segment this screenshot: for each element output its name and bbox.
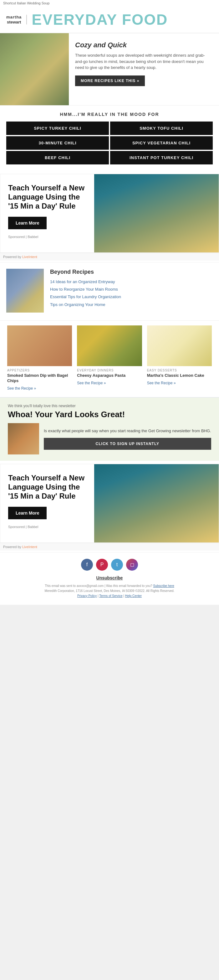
beyond-link-item-1: 14 Ideas for an Organized Entryway [50,279,213,285]
ad-image-1 [94,174,219,253]
liveintent-brand-1: LiveIntent [22,255,37,259]
recipe-title-2: Cheesy Asparagus Pasta [77,373,142,379]
recipe-image-3 [147,325,212,366]
recipe-category-2: EVERYDAY DINNERS [77,369,142,372]
ad-sponsored-2: Sponsored | Babbel [8,525,86,529]
ad-content-1: Teach Yourself a New Language Using the … [0,174,94,253]
beyond-content: Beyond Recipes 14 Ideas for an Organized… [50,269,213,313]
facebook-icon[interactable]: f [81,559,93,571]
ad-learn-more-1[interactable]: Learn More [8,217,47,229]
privacy-link[interactable]: Privacy Policy [77,594,97,598]
ad-image-person-2 [94,464,219,542]
recipe-card-3: EASY DESSERTS Martha's Classic Lemon Cak… [144,325,214,391]
recipe-card-2: EVERYDAY DINNERS Cheesy Asparagus Pasta … [75,325,144,391]
recipe-image-2 [77,325,142,366]
footer-company: Meredith Corporation, 1716 Locust Street… [45,589,175,593]
hero-image [0,33,69,105]
logo-line1: martha [6,15,22,20]
subscribe-here-link[interactable]: Subscribe here [153,584,174,587]
recipe-link-3[interactable]: See the Recipe » [147,381,176,385]
beyond-title: Beyond Recipes [50,269,213,275]
recipe-category-3: EASY DESSERTS [147,369,212,372]
promo-button[interactable]: CLICK TO SIGN UP INSTANTLY [44,438,211,450]
powered-by-2: Powered by LiveIntent [0,543,219,550]
promo-pretitle: We think you'll totally love this newsle… [8,404,211,408]
ad-section-1: Teach Yourself a New Language Using the … [0,174,219,253]
recipe-title-3: Martha's Classic Lemon Cake [147,373,212,379]
beyond-link-3[interactable]: Essential Tips for Laundry Organization [50,294,213,300]
top-bar-text: Shortcut Italian Wedding Soup [3,1,49,5]
footer-text: This email was sent to axxxxx@gmail.com … [6,584,213,598]
beyond-link-item-3: Essential Tips for Laundry Organization [50,294,213,300]
ad-title-1: Teach Yourself a New Language Using the … [8,183,86,210]
powered-text-1: Powered by [3,255,22,259]
beyond-img-placeholder [6,269,44,313]
promo-text: Is exactly what people will say when you… [44,428,211,434]
brand-logo: martha stewart [6,15,27,24]
beyond-link-1[interactable]: 14 Ideas for an Organized Entryway [50,279,213,285]
mood-grid: SPICY TURKEY CHILI SMOKY TOFU CHILI 30-M… [6,121,213,164]
beyond-link-item-4: Tips on Organizing Your Home [50,302,213,307]
email-wrapper: Shortcut Italian Wedding Soup martha ste… [0,0,219,605]
newsletter-promo: We think you'll totally love this newsle… [0,397,219,461]
mood-btn-spicy-turkey[interactable]: SPICY TURKEY CHILI [6,121,109,135]
unsubscribe-link[interactable]: Unsubscribe [6,575,213,581]
ad-learn-more-2[interactable]: Learn More [8,507,47,519]
beyond-section: Beyond Recipes 14 Ideas for an Organized… [0,262,219,319]
hero-content: Cozy and Quick These wonderful soups are… [69,33,219,105]
top-bar: Shortcut Italian Wedding Soup [0,0,219,6]
pinterest-icon[interactable]: P [96,559,108,571]
hero-button[interactable]: MORE RECIPES LIKE THIS » [75,75,145,86]
recipe-link-1[interactable]: See the Recipe » [7,386,36,391]
footer-main-text: This email was sent to axxxxx@gmail.com … [45,584,152,587]
help-link[interactable]: Help Center [125,594,142,598]
hero-title: Cozy and Quick [75,41,213,49]
liveintent-brand-2: LiveIntent [22,545,37,549]
newsletter-title: EVERYDAY FOOD [32,11,168,28]
header: martha stewart EVERYDAY FOOD [0,6,219,33]
beyond-link-4[interactable]: Tips on Organizing Your Home [50,302,213,307]
beyond-image [6,269,44,313]
recipe-card-1: APPETIZERS Smoked Salmon Dip with Bagel … [5,325,75,391]
recipe-title-1: Smoked Salmon Dip with Bagel Chips [7,373,72,384]
promo-title: Whoa! Your Yard Looks Great! [8,410,211,419]
powered-text-2: Powered by [3,545,22,549]
ad-sponsored-1: Sponsored | Babbel [8,235,86,239]
mood-btn-spicy-veg[interactable]: SPICY VEGETARIAN CHILI [110,136,213,150]
recipe-image-1 [7,325,72,366]
hero-img-placeholder [0,33,69,105]
logo-line2: stewart [7,20,21,25]
promo-text-wrap: Is exactly what people will say when you… [44,428,211,450]
ad-title-2: Teach Yourself a New Language Using the … [8,474,86,501]
mood-title: HMM...I'M REALLY IN THE MOOD FOR [6,112,213,117]
recipe-category-1: APPETIZERS [7,369,72,372]
ad-section-2: Teach Yourself a New Language Using the … [0,464,219,543]
recipe-link-2[interactable]: See the Recipe » [77,381,106,385]
promo-inner: Is exactly what people will say when you… [8,423,211,455]
beyond-link-item-2: How to Reorganize Your Main Rooms [50,286,213,292]
ad-image-2 [94,464,219,542]
beyond-links: 14 Ideas for an Organized Entryway How t… [50,279,213,307]
ad-image-person-1 [94,174,219,253]
mood-section: HMM...I'M REALLY IN THE MOOD FOR SPICY T… [0,105,219,171]
recipe-cards: APPETIZERS Smoked Salmon Dip with Bagel … [0,320,219,396]
terms-link[interactable]: Terms of Service [99,594,122,598]
mood-btn-instant-pot[interactable]: INSTANT POT TURKEY CHILI [110,151,213,164]
ad-content-2: Teach Yourself a New Language Using the … [0,464,94,542]
social-icons: f P t ◻ [6,559,213,571]
instagram-icon[interactable]: ◻ [126,559,138,571]
hero-text: These wonderful soups are developed with… [75,52,213,71]
mood-btn-30min[interactable]: 30-MINUTE CHILI [6,136,109,150]
twitter-icon[interactable]: t [111,559,123,571]
beyond-link-2[interactable]: How to Reorganize Your Main Rooms [50,286,213,292]
promo-image [8,423,39,455]
hero-section: Cozy and Quick These wonderful soups are… [0,33,219,105]
social-footer: f P t ◻ Unsubscribe This email was sent … [0,552,219,605]
mood-btn-smoky-tofu[interactable]: SMOKY TOFU CHILI [110,121,213,135]
powered-by-1: Powered by LiveIntent [0,253,219,261]
mood-btn-beef[interactable]: BEEF CHILI [6,151,109,164]
